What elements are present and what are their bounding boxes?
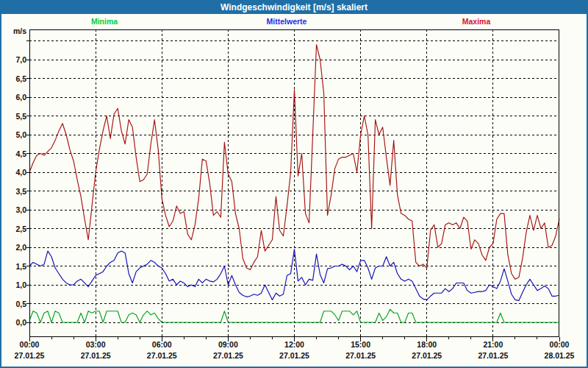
- x-tick-date-label: 27.01.25: [339, 351, 383, 361]
- series-minima: [29, 309, 559, 322]
- y-tick-label: 2,0: [1, 242, 26, 252]
- x-tick-date-label: 27.01.25: [273, 351, 317, 361]
- x-tick-time-label: 12:00: [273, 340, 317, 350]
- x-tick-time-label: 15:00: [339, 340, 383, 350]
- legend-item-mittelwerte: Mittelwerte: [267, 17, 307, 26]
- y-tick-label: 7,0: [1, 54, 26, 65]
- chart-title: Windgeschwindigkeit [m/s] skaliert: [220, 2, 368, 13]
- x-tick-time-label: 00:00: [537, 340, 581, 350]
- y-axis-unit-label: m/s: [1, 26, 26, 35]
- x-tick-time-label: 00:00: [7, 340, 51, 350]
- x-tick-date-label: 27.01.25: [140, 351, 184, 361]
- y-tick-label: 3,0: [1, 205, 26, 215]
- legend-item-minima: Minima: [91, 17, 118, 26]
- y-tick-label: 4,0: [1, 167, 26, 177]
- y-tick-label: 5,0: [1, 130, 26, 140]
- x-tick-date-label: 27.01.25: [74, 351, 118, 361]
- x-tick-date-label: 27.01.25: [405, 351, 449, 361]
- y-tick-label: 3,5: [1, 186, 26, 197]
- x-tick-date-label: 28.01.25: [537, 351, 581, 361]
- y-tick-label: 6,0: [1, 92, 26, 102]
- series-mittelwerte: [29, 250, 559, 301]
- wind-speed-plot: [29, 29, 559, 337]
- y-tick-label: 0,5: [1, 299, 26, 309]
- legend-item-maxima: Maxima: [462, 17, 491, 26]
- y-tick-label: 1,5: [1, 261, 26, 272]
- window-title-bar: Windgeschwindigkeit [m/s] skaliert: [1, 1, 587, 14]
- x-tick-time-label: 09:00: [206, 340, 250, 350]
- x-tick-time-label: 06:00: [140, 340, 184, 350]
- y-tick-label: 2,5: [1, 224, 26, 234]
- x-tick-time-label: 21:00: [471, 340, 515, 350]
- y-tick-label: 4,5: [1, 149, 26, 159]
- y-tick-label: 6,5: [1, 74, 26, 84]
- x-tick-time-label: 03:00: [74, 340, 118, 350]
- y-tick-label: 0,0: [1, 317, 26, 328]
- x-tick-time-label: 18:00: [405, 340, 449, 350]
- x-tick-date-label: 27.01.25: [7, 351, 51, 361]
- app-window: Windgeschwindigkeit [m/s] skaliert Minim…: [0, 0, 588, 368]
- y-tick-label: 1,0: [1, 280, 26, 290]
- x-tick-date-label: 27.01.25: [471, 351, 515, 361]
- x-tick-date-label: 27.01.25: [206, 351, 250, 361]
- y-tick-label: 5,5: [1, 111, 26, 121]
